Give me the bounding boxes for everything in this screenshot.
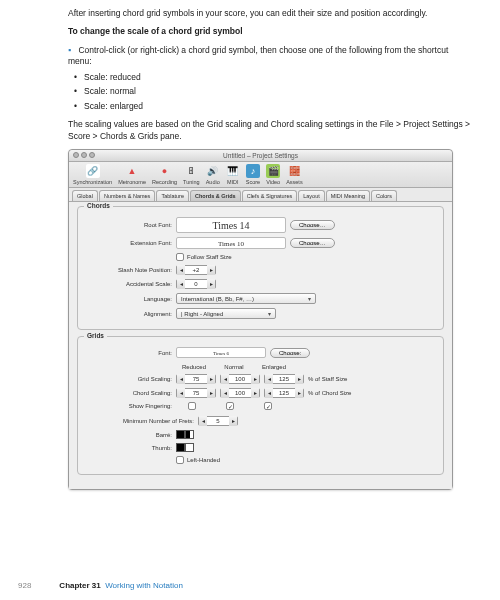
score-icon: ♪ <box>246 164 260 178</box>
tabbar: Global Numbers & Names Tablature Chords … <box>69 188 452 202</box>
chords-section: Chords Root Font: Times 14 Choose… Exten… <box>77 206 444 330</box>
lefthanded-checkbox[interactable]: Left-Handed <box>176 456 220 464</box>
toolbar-tuning[interactable]: 🎚Tuning <box>183 164 200 185</box>
chapter-title: Working with Notation <box>105 581 183 590</box>
showfing-normal-checkbox[interactable]: ✓ <box>226 402 234 410</box>
gridscale-normal-stepper[interactable]: ◂100▸ <box>220 374 260 384</box>
toolbar-score[interactable]: ♪Score <box>246 164 260 185</box>
chevron-down-icon: ▾ <box>308 295 311 302</box>
showfing-label: Show Fingering: <box>84 403 172 409</box>
root-font-sample: Times 14 <box>176 217 286 233</box>
video-icon: 🎬 <box>266 164 280 178</box>
toolbar-assets[interactable]: 🧱Assets <box>286 164 303 185</box>
toolbar-midi[interactable]: 🎹MIDI <box>226 164 240 185</box>
toolbar-audio[interactable]: 🔊Audio <box>206 164 220 185</box>
tab-global[interactable]: Global <box>72 190 98 201</box>
slash-stepper[interactable]: ◂+2▸ <box>176 265 216 275</box>
slash-label: Slash Note Position: <box>84 267 172 273</box>
barre-selector[interactable] <box>176 430 194 439</box>
col-enlarged: Enlarged <box>256 364 292 370</box>
toolbar-video[interactable]: 🎬Video <box>266 164 280 185</box>
tab-layout[interactable]: Layout <box>298 190 325 201</box>
page-footer: 928 Chapter 31 Working with Notation <box>18 581 500 590</box>
alignment-select[interactable]: | Right - Aligned▾ <box>176 308 276 319</box>
titlebar: Untitled – Project Settings <box>69 150 452 162</box>
metronome-icon: ▲ <box>125 164 139 178</box>
toolbar-metronome[interactable]: ▲Metronome <box>118 164 146 185</box>
col-reduced: Reduced <box>176 364 212 370</box>
project-settings-window: Untitled – Project Settings 🔗Synchroniza… <box>68 149 453 490</box>
page-number: 928 <box>18 581 31 590</box>
chordscale-reduced-stepper[interactable]: ◂75▸ <box>176 388 216 398</box>
root-font-label: Root Font: <box>84 222 172 228</box>
grids-section: Grids Font: Times 6 Choose: Reduced Norm… <box>77 336 444 475</box>
chapter-label: Chapter 31 <box>59 581 100 590</box>
gridscale-label: Grid Scaling: <box>84 376 172 382</box>
record-icon: ● <box>158 164 172 178</box>
step: ▪ Control-click (or right-click) a chord… <box>68 45 472 68</box>
chordscale-unit: % of Chord Size <box>308 390 351 396</box>
tab-midi-meaning[interactable]: MIDI Meaning <box>326 190 370 201</box>
grids-font-label: Font: <box>84 350 172 356</box>
chordscale-label: Chord Scaling: <box>84 390 172 396</box>
thumb-label: Thumb: <box>84 445 172 451</box>
showfing-reduced-checkbox[interactable] <box>188 402 196 410</box>
audio-icon: 🔊 <box>206 164 220 178</box>
col-normal: Normal <box>216 364 252 370</box>
language-select[interactable]: International (B, Bb, F#, …)▾ <box>176 293 316 304</box>
assets-icon: 🧱 <box>287 164 301 178</box>
close-icon[interactable] <box>73 152 79 158</box>
barre-label: Barré: <box>84 432 172 438</box>
opt-enlarged: •Scale: enlarged <box>74 101 472 112</box>
grids-choose-button[interactable]: Choose: <box>270 348 310 358</box>
intro-text: After inserting chord grid symbols in yo… <box>68 8 472 19</box>
traffic-lights[interactable] <box>73 152 95 158</box>
tab-chords-grids[interactable]: Chords & Grids <box>190 190 241 201</box>
chordscale-normal-stepper[interactable]: ◂100▸ <box>220 388 260 398</box>
ext-font-label: Extension Font: <box>84 240 172 246</box>
heading: To change the scale of a chord grid symb… <box>68 26 472 37</box>
grids-title: Grids <box>84 332 107 339</box>
step-text: Control-click (or right-click) a chord g… <box>68 45 448 66</box>
opt-reduced: •Scale: reduced <box>74 72 472 83</box>
chords-title: Chords <box>84 202 113 209</box>
gridscale-unit: % of Staff Size <box>308 376 347 382</box>
showfing-enlarged-checkbox[interactable]: ✓ <box>264 402 272 410</box>
ext-font-sample: Times 10 <box>176 237 286 249</box>
accidental-stepper[interactable]: ◂0▸ <box>176 279 216 289</box>
follow-staff-checkbox[interactable]: Follow Staff Size <box>176 253 232 261</box>
zoom-icon[interactable] <box>89 152 95 158</box>
accidental-label: Accidental Scale: <box>84 281 172 287</box>
language-label: Language: <box>84 296 172 302</box>
toolbar-recording[interactable]: ●Recording <box>152 164 177 185</box>
gridscale-enlarged-stepper[interactable]: ◂125▸ <box>264 374 304 384</box>
window-title: Untitled – Project Settings <box>223 152 298 159</box>
sync-icon: 🔗 <box>86 164 100 178</box>
ext-choose-button[interactable]: Choose… <box>290 238 335 248</box>
alignment-label: Alignment: <box>84 311 172 317</box>
toolbar: 🔗Synchronization ▲Metronome ●Recording 🎚… <box>69 162 452 188</box>
bullet-icon: ▪ <box>68 45 76 56</box>
midi-icon: 🎹 <box>226 164 240 178</box>
frets-label: Minimum Number of Frets: <box>84 418 194 424</box>
thumb-selector[interactable] <box>176 443 194 452</box>
opt-normal: •Scale: normal <box>74 86 472 97</box>
chordscale-enlarged-stepper[interactable]: ◂125▸ <box>264 388 304 398</box>
tab-clefs-signatures[interactable]: Clefs & Signatures <box>242 190 298 201</box>
tab-tablature[interactable]: Tablature <box>156 190 189 201</box>
summary-text: The scaling values are based on the Grid… <box>68 119 472 142</box>
tuning-icon: 🎚 <box>184 164 198 178</box>
grids-font-sample: Times 6 <box>176 347 266 358</box>
toolbar-sync[interactable]: 🔗Synchronization <box>73 164 112 185</box>
root-choose-button[interactable]: Choose… <box>290 220 335 230</box>
tab-numbers-names[interactable]: Numbers & Names <box>99 190 155 201</box>
frets-stepper[interactable]: ◂5▸ <box>198 416 238 426</box>
minimize-icon[interactable] <box>81 152 87 158</box>
chevron-down-icon: ▾ <box>268 310 271 317</box>
gridscale-reduced-stepper[interactable]: ◂75▸ <box>176 374 216 384</box>
tab-colors[interactable]: Colors <box>371 190 397 201</box>
